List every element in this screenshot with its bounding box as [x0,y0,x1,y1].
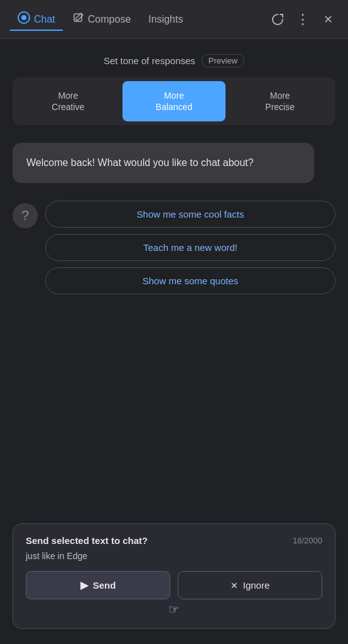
bing-icon [18,11,30,27]
welcome-message: Welcome back! What would you like to cha… [26,157,254,168]
header-nav: Chat Compose Insights [10,8,268,31]
more-button[interactable]: ⋮ [293,9,313,30]
question-mark-icon: ? [21,208,29,224]
tab-compose[interactable]: Compose [65,9,138,30]
tone-section: Set tone of responses Preview MoreCreati… [13,54,335,125]
tone-creative-button[interactable]: MoreCreative [16,81,120,121]
suggestion-icon: ? [13,203,38,228]
send-arrow-icon: ▶ [80,579,88,591]
svg-point-1 [21,15,26,20]
tab-chat[interactable]: Chat [10,8,63,31]
send-selected-text: just like in Edge [26,551,322,561]
suggestion-buttons: Show me some cool facts Teach me a new w… [45,201,335,294]
welcome-bubble: Welcome back! What would you like to cha… [13,143,314,183]
suggestion-quotes-label: Show me some quotes [143,275,239,286]
tone-balanced-button[interactable]: MoreBalanced [122,81,226,121]
ignore-x-icon: ✕ [231,580,238,591]
tone-label: Set tone of responses Preview [13,54,335,67]
suggestion-new-word-label: Teach me a new word! [143,242,237,253]
suggestion-cool-facts-label: Show me some cool facts [137,209,244,219]
ignore-button[interactable]: ✕ Ignore [178,571,322,599]
send-button[interactable]: ▶ Send [26,571,170,599]
send-selected-title: Send selected text to chat? [26,535,148,546]
header-actions: ⋮ ✕ [268,9,338,30]
suggestion-new-word[interactable]: Teach me a new word! [45,234,335,261]
ignore-button-label: Ignore [243,580,270,591]
header: Chat Compose Insights ⋮ [0,0,348,39]
tone-precise-button[interactable]: MorePrecise [228,81,332,121]
send-selected-actions: ▶ Send ✕ Ignore [26,571,322,599]
tone-buttons: MoreCreative MoreBalanced MorePrecise [13,77,335,125]
close-button[interactable]: ✕ [318,9,338,30]
char-count: 18/2000 [293,536,322,545]
close-icon: ✕ [324,13,333,26]
send-selected-box: Send selected text to chat? 18/2000 just… [13,523,335,629]
tab-insights[interactable]: Insights [141,10,190,29]
tab-compose-label: Compose [88,14,131,25]
main-content: Set tone of responses Preview MoreCreati… [0,39,348,644]
hand-cursor-icon: ☞ [168,602,180,616]
send-selected-header: Send selected text to chat? 18/2000 [26,535,322,546]
tab-chat-label: Chat [34,14,55,25]
send-button-label: Send [93,580,116,591]
suggestion-quotes[interactable]: Show me some quotes [45,267,335,294]
compose-icon [73,13,84,26]
preview-badge: Preview [202,54,244,67]
refresh-button[interactable] [268,9,288,30]
suggestion-cool-facts[interactable]: Show me some cool facts [45,201,335,228]
suggestions-section: ? Show me some cool facts Teach me a new… [13,201,335,294]
tone-label-text: Set tone of responses [104,55,195,66]
tab-insights-label: Insights [148,14,183,25]
ellipsis-icon: ⋮ [296,13,310,26]
cursor-indicator: ☞ [26,602,322,617]
